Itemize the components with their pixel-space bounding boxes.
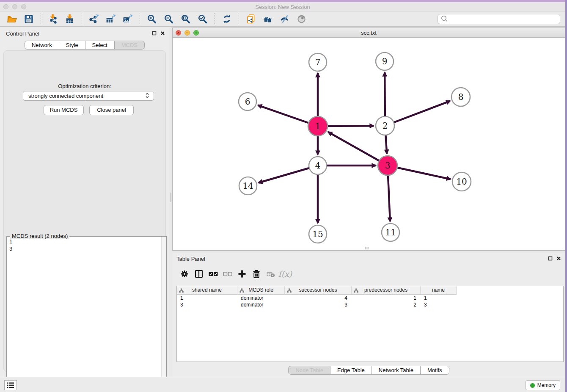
column-header-shared-name[interactable]: shared name [177,286,237,295]
save-session-icon [24,14,34,24]
result-scrollbar[interactable] [161,237,166,392]
toolbar-button-birdseye-view[interactable] [295,13,308,25]
toolbar-button-settings[interactable] [177,268,192,280]
toolbar-button-zoom-selected[interactable] [196,13,209,25]
table-row[interactable]: 1dominator411 [177,295,563,301]
toolbar-button-export-network[interactable] [88,13,100,25]
toolbar-separator [140,13,140,25]
float-panel-icon[interactable] [152,30,157,37]
delete-column-icon [252,269,261,279]
table-toolbar: f(x) [177,266,292,282]
toolbar-button-deselect-all-columns[interactable] [220,268,235,280]
toolbar-button-export-image[interactable] [121,13,134,25]
import-network-icon [48,14,58,24]
node-label-14: 14 [242,181,253,191]
criterion-value: strongly connected component [28,93,144,99]
cell-shared-name[interactable]: 1 [177,295,237,301]
attribute-tree-icon [354,288,358,293]
toolbar-button-import-table[interactable] [63,13,76,25]
panel-divider[interactable] [169,27,172,377]
table-tab-node-table[interactable]: Node Table [288,366,330,375]
table-row[interactable]: 3dominator323 [177,301,563,308]
table-tab-edge-table[interactable]: Edge Table [330,366,372,375]
select-all-columns-icon [209,269,218,279]
column-header-MCDS-role[interactable]: MCDS role [237,286,285,295]
add-column-icon [237,269,247,279]
attribute-tree-icon [179,288,184,293]
table-panel-title: Table Panel [176,256,205,262]
cell-name[interactable]: 3 [421,301,457,308]
float-table-panel-icon[interactable] [548,256,553,262]
toolbar-button-open-session[interactable] [6,13,18,25]
network-window-title: scc.txt [173,30,565,36]
cell-MCDS-role[interactable]: dominator [237,295,285,301]
birdseye-view-icon [297,14,307,24]
zoom-in-icon [147,14,157,24]
mcds-result-text[interactable]: 13 [7,237,161,392]
criterion-select[interactable]: strongly connected component [23,91,154,101]
toolbar-button-clone-network[interactable] [245,13,257,25]
column-header-predecessor-nodes[interactable]: predecessor nodes [352,286,421,295]
cell-predecessor-nodes[interactable]: 1 [352,295,421,301]
canvas-resize-grip[interactable] [365,247,369,249]
node-label-1: 1 [315,121,321,131]
column-label: name [432,287,445,293]
node-label-6: 6 [245,97,250,107]
cell-name[interactable]: 1 [421,295,457,301]
toolbar-button-delete-column[interactable] [249,268,264,280]
cell-successor-nodes[interactable]: 3 [285,301,352,308]
control-panel-title: Control Panel [6,30,39,37]
cell-shared-name[interactable]: 3 [177,301,237,308]
toolbar-button-function-builder[interactable]: f(x) [278,268,292,280]
toolbar-button-hide-details[interactable] [278,13,291,25]
deselect-all-columns-icon [223,269,232,279]
network-graph-canvas[interactable]: 7968124314101511 [173,38,565,250]
tab-network[interactable]: Network [25,41,59,50]
close-panel-button[interactable]: Close panel [89,105,134,115]
toolbar-separator [82,13,82,25]
toolbar-button-show-columns[interactable] [192,268,206,280]
zoom-fit-icon [181,14,191,24]
node-label-3: 3 [385,160,391,171]
search-input[interactable] [448,15,560,23]
cell-predecessor-nodes[interactable]: 2 [352,301,421,308]
column-header-name[interactable]: name [421,286,457,295]
mcds-panel: Optimization criterion: strongly connect… [3,50,166,372]
toolbar-button-select-all-columns[interactable] [206,268,220,280]
toolbar-button-save-session[interactable] [22,13,35,25]
toolbar-button-delete-table[interactable] [264,268,278,280]
list-icon [6,381,15,390]
table-tab-motifs[interactable]: Motifs [420,366,449,375]
settings-icon [180,269,189,279]
task-history-button[interactable] [4,380,17,390]
tab-mcds[interactable]: MCDS [114,41,145,50]
divider-grip[interactable] [170,193,171,202]
table-header-row: shared nameMCDS rolesuccessor nodesprede… [177,286,563,295]
close-panel-icon[interactable] [160,30,165,37]
run-mcds-button[interactable]: Run MCDS [44,105,84,115]
toolbar-button-zoom-in[interactable] [146,13,158,25]
table-tab-network-table[interactable]: Network Table [372,366,421,375]
cell-successor-nodes[interactable]: 4 [285,295,352,301]
clone-network-icon [246,14,256,24]
toolbar-button-export-table[interactable] [105,13,117,25]
export-image-icon [123,14,133,24]
toolbar-button-import-network[interactable] [47,13,59,25]
memory-button[interactable]: Memory [526,380,560,390]
column-header-successor-nodes[interactable]: successor nodes [285,286,352,295]
tab-style[interactable]: Style [59,41,85,50]
control-panel-tabs: NetworkStyleSelectMCDS [0,41,169,50]
cell-MCDS-role[interactable]: dominator [237,301,285,308]
toolbar-button-add-column[interactable] [235,268,249,280]
tab-select[interactable]: Select [85,41,115,50]
toolbar-button-zoom-out[interactable] [162,13,175,25]
close-table-panel-icon[interactable] [556,256,561,262]
edge-2-8[interactable] [385,101,450,126]
column-label: successor nodes [299,287,337,293]
search-box[interactable] [438,14,560,24]
mcds-result-line: 3 [9,245,159,252]
toolbar-button-zoom-fit[interactable] [179,13,192,25]
toolbar-button-network-overview[interactable] [261,13,274,25]
zoom-out-icon [164,14,174,24]
toolbar-button-refresh-layout[interactable] [220,13,233,25]
